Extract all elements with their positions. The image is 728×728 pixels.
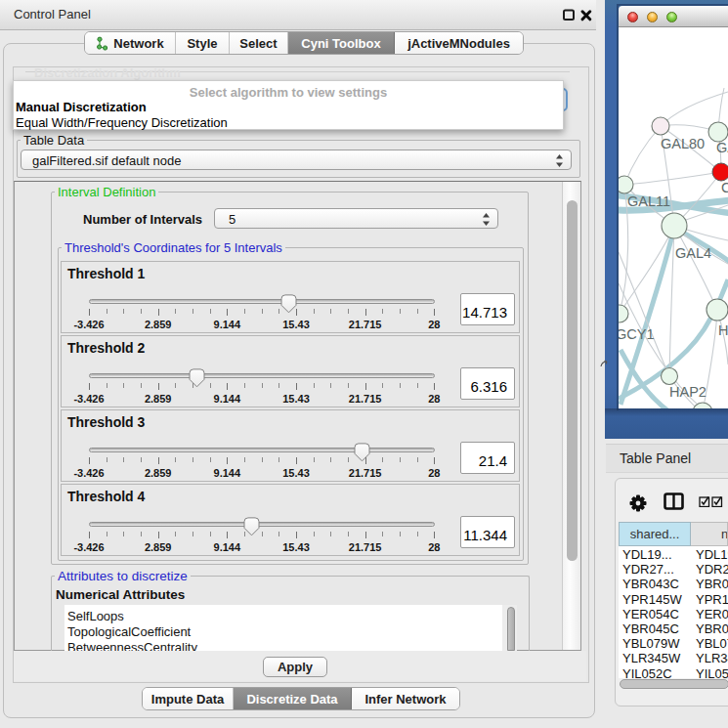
svg-text:GAL4: GAL4 [675,245,711,261]
svg-text:GAL11: GAL11 [627,193,670,209]
svg-text:CD: CD [721,180,728,195]
svg-text:HAP2: HAP2 [669,384,707,400]
svg-text:GAL80: GAL80 [661,136,705,151]
svg-text:GA: GA [716,140,728,155]
svg-text:GCY1: GCY1 [619,326,655,342]
svg-text:HI: HI [718,322,728,338]
